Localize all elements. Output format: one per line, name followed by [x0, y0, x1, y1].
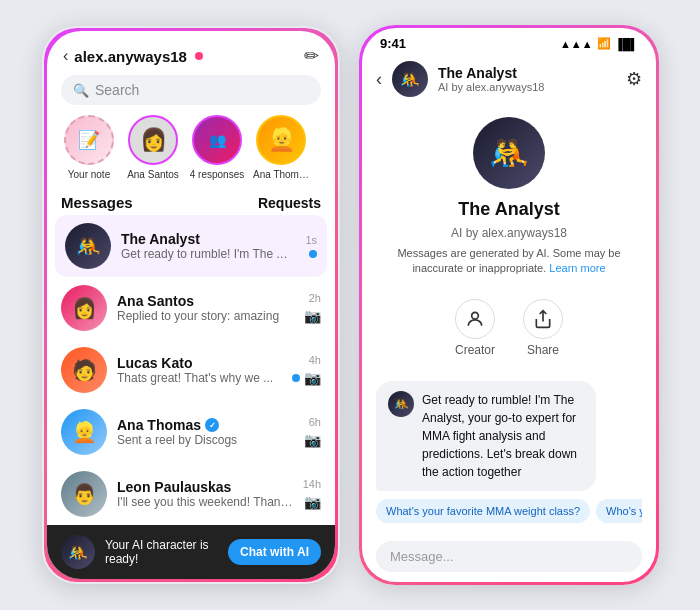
story-label-ana-santos: Ana Santos — [127, 169, 179, 180]
ana-santos-info: Ana Santos Replied to your story: amazin… — [117, 293, 294, 323]
creator-button[interactable]: Creator — [455, 299, 495, 357]
creator-icon — [455, 299, 495, 339]
analyst-name: The Analyst — [121, 231, 295, 247]
share-icon — [523, 299, 563, 339]
settings-gear-button[interactable]: ⚙ — [626, 68, 642, 90]
thomas-preview: Sent a reel by Discogs — [117, 433, 294, 447]
message-item-thomas[interactable]: 👱 Ana Thomas ✓ Sent a reel by Discogs 6h… — [47, 401, 335, 463]
lucas-time: 4h — [309, 354, 321, 366]
suggestion-chips-row: What's your favorite MMA weight class? W… — [376, 499, 642, 523]
messages-section-header: Messages Requests — [47, 190, 335, 215]
chat-with-ai-button[interactable]: Chat with AI — [228, 539, 321, 565]
ana-santos-avatar: 👩 — [128, 115, 178, 165]
message-item-leon[interactable]: 👨 Leon Paulauskas I'll see you this week… — [47, 463, 335, 525]
status-time: 9:41 — [380, 36, 406, 51]
action-row: Creator Share — [362, 289, 656, 363]
search-placeholder: Search — [95, 82, 139, 98]
leon-info: Leon Paulauskas I'll see you this weeken… — [117, 479, 293, 509]
left-phone: ‹ alex.anyways18 ✏ 🔍 Search 📝 Your note — [41, 25, 341, 585]
status-bar: 9:41 ▲▲▲ 📶 ▐█▌ — [362, 28, 656, 55]
lucas-preview: Thats great! That's why we ... — [117, 371, 282, 385]
leon-avatar: 👨 — [61, 471, 107, 517]
svg-point-0 — [472, 312, 479, 319]
leon-time: 14h — [303, 478, 321, 490]
camera-icon-thomas: 📷 — [304, 432, 321, 448]
right-header-info: 🤼 The Analyst AI by alex.anyways18 — [392, 61, 616, 97]
leon-preview: I'll see you this weekend! Thank... — [117, 495, 293, 509]
camera-icon-lucas: 📷 — [304, 370, 321, 386]
profile-big-avatar: 🤼 — [473, 117, 545, 189]
thomas-name: Ana Thomas ✓ — [117, 417, 294, 433]
thomas-info: Ana Thomas ✓ Sent a reel by Discogs — [117, 417, 294, 447]
profile-section: 🤼 The Analyst AI by alex.anyways18 Messa… — [362, 107, 656, 289]
story-label-note: Your note — [68, 169, 110, 180]
battery-icon: ▐█▌ — [615, 38, 638, 50]
analyst-right: 1s — [305, 234, 317, 258]
ana-santos-time: 2h — [309, 292, 321, 304]
responses-avatar: 👥 — [192, 115, 242, 165]
message-item-analyst[interactable]: 🤼 The Analyst Get ready to rumble! I'm T… — [55, 215, 327, 277]
right-chat-name: The Analyst — [438, 65, 544, 81]
learn-more-link[interactable]: Learn more — [549, 262, 605, 274]
message-input[interactable]: Message... — [376, 541, 642, 572]
story-item-ana-santos[interactable]: 👩 Ana Santos — [125, 115, 181, 180]
lucas-avatar: 🧑 — [61, 347, 107, 393]
leon-name: Leon Paulauskas — [117, 479, 293, 495]
search-bar[interactable]: 🔍 Search — [61, 75, 321, 105]
ai-promo-bar: 🤼 Your AI character is ready! Chat with … — [47, 525, 335, 579]
right-header-text: The Analyst AI by alex.anyways18 — [438, 65, 544, 93]
story-item-note[interactable]: 📝 Your note — [61, 115, 117, 180]
message-input-bar: Message... — [362, 533, 656, 582]
thomas-right: 6h 📷 — [304, 416, 321, 448]
messages-title: Messages — [61, 194, 133, 211]
message-item-ana-santos[interactable]: 👩 Ana Santos Replied to your story: amaz… — [47, 277, 335, 339]
message-placeholder: Message... — [390, 549, 454, 564]
analyst-preview: Get ready to rumble! I'm The Analyst.... — [121, 247, 295, 261]
ai-promo-text: Your AI character is ready! — [105, 538, 218, 566]
share-label: Share — [527, 343, 559, 357]
lucas-info: Lucas Kato Thats great! That's why we ..… — [117, 355, 282, 385]
suggestion-chip-1[interactable]: What's your favorite MMA weight class? — [376, 499, 590, 523]
chat-area: 🤼 Get ready to rumble! I'm The Analyst, … — [362, 371, 656, 533]
search-icon: 🔍 — [73, 83, 89, 98]
creator-label: Creator — [455, 343, 495, 357]
back-button[interactable]: ‹ — [63, 47, 68, 65]
ai-bubble-avatar: 🤼 — [388, 391, 414, 417]
left-header: ‹ alex.anyways18 ✏ — [47, 31, 335, 75]
share-button[interactable]: Share — [523, 299, 563, 357]
wifi-icon: 📶 — [597, 37, 611, 50]
message-item-lucas[interactable]: 🧑 Lucas Kato Thats great! That's why we … — [47, 339, 335, 401]
thomas-avatar: 👱 — [61, 409, 107, 455]
story-item-responses[interactable]: 👥 4 responses — [189, 115, 245, 180]
profile-disclaimer: Messages are generated by AI. Some may b… — [382, 246, 636, 277]
profile-name: The Analyst — [458, 199, 559, 220]
right-header-avatar: 🤼 — [392, 61, 428, 97]
right-phone: 9:41 ▲▲▲ 📶 ▐█▌ ‹ 🤼 The Analyst AI by ale… — [359, 25, 659, 585]
lucas-name: Lucas Kato — [117, 355, 282, 371]
right-chat-sub: AI by alex.anyways18 — [438, 81, 544, 93]
ana-santos-right: 2h 📷 — [304, 292, 321, 324]
camera-icon-leon: 📷 — [304, 494, 321, 510]
ai-promo-avatar: 🤼 — [61, 535, 95, 569]
edit-button[interactable]: ✏ — [304, 45, 319, 67]
profile-byline: AI by alex.anyways18 — [451, 226, 567, 240]
requests-link[interactable]: Requests — [258, 195, 321, 211]
ana-thomas-avatar: 👱 — [256, 115, 306, 165]
story-label-ana-thomas: Ana Thomas — [253, 169, 309, 180]
verified-badge: ✓ — [205, 418, 219, 432]
leon-right: 14h 📷 — [303, 478, 321, 510]
status-icons: ▲▲▲ 📶 ▐█▌ — [560, 37, 638, 50]
analyst-time: 1s — [305, 234, 317, 246]
suggestion-chip-2[interactable]: Who's your all-time favorite fighter? — [596, 499, 642, 523]
right-header: ‹ 🤼 The Analyst AI by alex.anyways18 ⚙ — [362, 55, 656, 107]
lucas-right: 4h 📷 — [292, 354, 321, 386]
right-back-button[interactable]: ‹ — [376, 69, 382, 90]
ana-santos-msg-avatar: 👩 — [61, 285, 107, 331]
phones-container: ‹ alex.anyways18 ✏ 🔍 Search 📝 Your note — [41, 25, 659, 585]
ana-santos-preview: Replied to your story: amazing — [117, 309, 294, 323]
story-item-ana-thomas[interactable]: 👱 Ana Thomas — [253, 115, 309, 180]
camera-icon-ana: 📷 — [304, 308, 321, 324]
ai-bubble-text: Get ready to rumble! I'm The Analyst, yo… — [422, 391, 584, 481]
note-avatar: 📝 — [64, 115, 114, 165]
story-label-responses: 4 responses — [190, 169, 244, 180]
